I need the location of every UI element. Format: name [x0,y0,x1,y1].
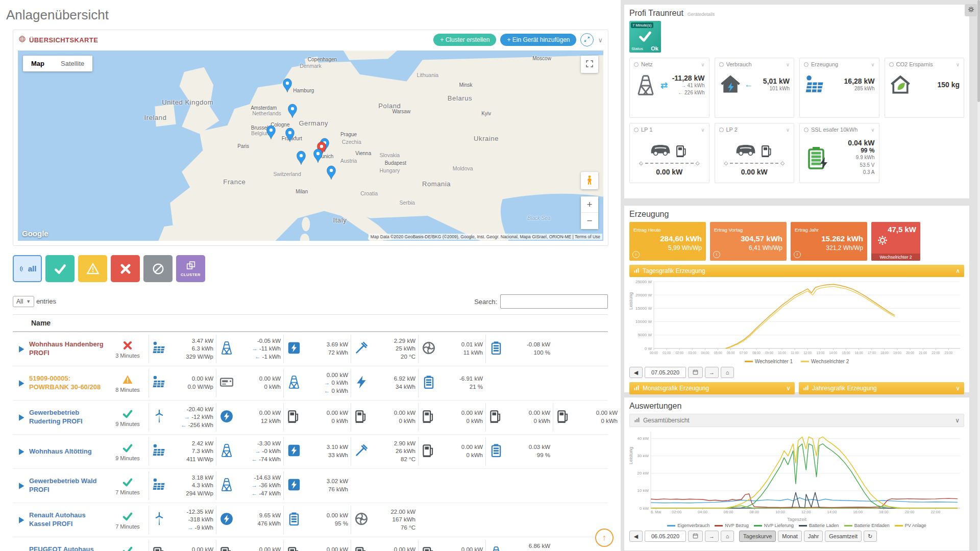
page-scrollbar[interactable] [977,0,980,551]
home-date-button[interactable]: ⌂ [721,531,734,542]
range-tageskurve-button[interactable]: Tageskurve [739,531,776,542]
chevron-down-icon[interactable]: ∨ [955,417,960,424]
expand-row-button[interactable] [13,515,29,525]
yield-tile-wechselrichter-2[interactable]: 47,5 kWWechselrichter 2 [871,222,920,261]
next-day-button[interactable]: → [705,531,719,542]
metric-cell: 6.92 kW34 kWh [351,369,418,397]
info-icon[interactable]: i [713,251,720,258]
map-attribution[interactable]: Map Data ©2020 GeoBasis-DE/BKG (©2009), … [369,234,602,240]
map-marker-icon[interactable] [287,103,298,120]
plant-name-link[interactable]: Gewerbebetrieb Wald PROFI [29,477,107,494]
plant-name-link[interactable]: Wohnhaus Altötting [29,447,107,456]
plant-name-link[interactable]: Renault Autohaus Kassel PROFI [29,511,107,529]
date-display[interactable]: 06.05.2020 [645,531,686,542]
prev-day-button[interactable]: ◀ [629,367,643,378]
plant-name-link[interactable]: Wohnhaus Handenberg PROFI [29,340,107,358]
name-column-header[interactable]: Name [31,319,51,327]
table-header[interactable]: Name [13,314,608,332]
chevron-down-icon[interactable]: ∨ [786,385,791,392]
filter-cluster-button[interactable]: CLUSTER [176,255,205,282]
chevron-down-icon[interactable]: ∨ [871,62,874,67]
scroll-to-top-button[interactable]: ↑ [595,529,614,547]
refresh-button[interactable]: ↻ [864,531,877,542]
device-card-title: SSL esafer 10kWh [811,127,868,133]
prev-day-button[interactable]: ◀ [629,531,643,542]
calendar-button[interactable] [688,531,703,542]
collapse-map-chevron-icon[interactable]: ∨ [598,36,603,44]
yield-tile-ertrag-heute[interactable]: Ertrag Heute284,60 kWh5,99 Wh/Wpi [629,222,706,261]
tagesgrafik-header-bar[interactable]: Tagesgrafik Erzeugung ∧ [629,265,964,277]
gear-icon [967,6,975,15]
filter-offline-button[interactable] [143,255,173,282]
map-type-map-button[interactable]: Map [23,56,53,71]
tile-value: 284,60 kWh [660,234,702,243]
metric-cell: 0.00 kW0 kWh [553,403,620,432]
expand-row-button[interactable] [13,549,29,551]
date-display[interactable]: 07.05.2020 [645,367,686,378]
filter-ok-button[interactable] [45,255,75,282]
tile-value: 304,57 kWh [741,234,782,243]
search-input[interactable] [500,294,608,309]
map-marker-icon[interactable] [265,124,277,142]
chevron-down-icon[interactable]: ∨ [701,127,704,133]
chevron-down-icon[interactable]: ∨ [955,385,960,392]
map-fullscreen-button[interactable] [581,56,598,73]
yield-tile-ertrag-jahr[interactable]: Ertrag Jahr15.262 kWh321,2 Wh/Wpi [791,222,867,261]
plant-name-link[interactable]: 51909-00005: POWRBANK 30-60/208 [29,374,107,392]
range-monat-button[interactable]: Monat [778,531,802,542]
next-day-button[interactable]: → [705,367,719,378]
chevron-down-icon[interactable]: ∨ [701,62,704,67]
map-marker-icon[interactable] [326,165,337,182]
expand-row-button[interactable] [13,413,29,422]
map-marker-icon[interactable] [296,150,307,167]
monatsgrafik-erzeugung-header-bar[interactable]: Monatsgrafik Erzeugung∨ [629,382,795,394]
map-marker-icon[interactable] [282,78,293,95]
map-marker-icon[interactable] [284,127,296,144]
expand-icon [583,36,591,44]
chevron-down-icon[interactable]: ∨ [871,127,874,133]
filter-all-button[interactable]: all [13,255,42,282]
street-view-pegman-button[interactable] [581,172,598,189]
chevron-down-icon[interactable]: ∨ [786,127,790,133]
expand-map-button[interactable] [580,33,594,46]
svg-text:02:00: 02:00 [675,351,683,355]
create-cluster-button[interactable]: + Cluster erstellen [433,34,496,46]
map-type-satellite-button[interactable]: Satellite [53,56,92,71]
range-gesamtzeit-button[interactable]: Gesamtzeit [825,531,862,542]
expand-row-button[interactable] [13,379,29,388]
solar-icon [152,340,167,356]
map-zoom-out-button[interactable]: − [581,213,598,229]
status-tile[interactable]: 7 Minute(s) Status Ok [629,21,661,53]
entries-select[interactable]: All▼ [13,296,34,307]
map-zoom-in-button[interactable]: + [581,196,598,213]
filter-warning-button[interactable] [78,255,107,282]
range-jahr-button[interactable]: Jahr [804,531,823,542]
gesamtuebersicht-header-bar[interactable]: Gesamtübersicht ∨ [629,414,964,427]
map-type-control: Map Satellite [23,56,92,71]
calendar-button[interactable] [688,367,703,378]
chevron-down-icon[interactable]: ∨ [786,62,790,67]
svg-text:05:00: 05:00 [714,351,722,355]
expand-row-button[interactable] [13,344,29,354]
info-icon[interactable]: i [794,251,801,258]
expand-row-button[interactable] [13,481,29,491]
solar-icon [152,374,167,392]
chevron-down-icon[interactable]: ∨ [956,62,960,67]
settings-gear-button[interactable] [965,4,977,16]
google-logo[interactable]: Google [22,229,48,238]
info-icon[interactable]: i [632,251,640,258]
filter-error-button[interactable] [111,255,140,282]
expand-row-button[interactable] [13,447,29,457]
home-date-button[interactable]: ⌂ [721,367,734,378]
map-marker-icon[interactable] [312,148,324,165]
jahresgrafik-erzeugung-header-bar[interactable]: Jahresgrafik Erzeugung∨ [799,382,964,394]
chevron-up-icon[interactable]: ∧ [955,267,960,274]
add-device-button[interactable]: + Ein Gerät hinzufügen [500,34,576,46]
yield-tile-ertrag-vortag[interactable]: Ertrag Vortag304,57 kWh6,41 Wh/Wpi [710,222,787,261]
plant-name-link[interactable]: PEUGEOT Autohaus Klagenfurt [29,545,107,551]
plant-name-link[interactable]: Gewerbebetrieb Ruderting PROFI [29,409,107,426]
device-card-title: LP 2 [726,127,783,133]
legend-item-nvp-lieferung: NVP Lieferung [754,523,794,528]
europe-map[interactable]: United KingdomIrelandFranceGermanyPoland… [18,51,603,241]
svg-text:6. Mai: 6. Mai [651,510,662,514]
